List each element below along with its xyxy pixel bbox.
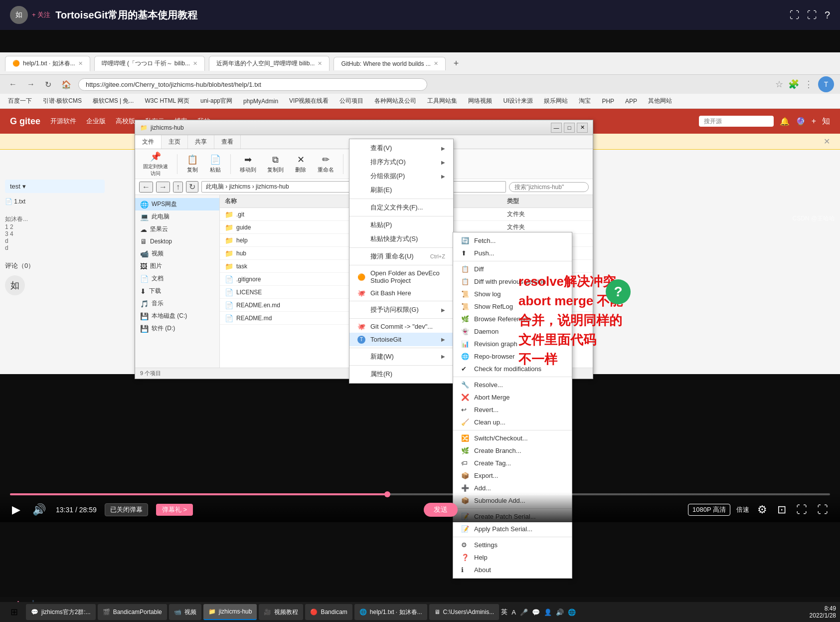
- cm-properties[interactable]: 属性(R): [349, 367, 453, 381]
- bookmark-w3c[interactable]: W3C HTML 网页: [141, 96, 193, 106]
- home-btn[interactable]: 🏠: [58, 79, 74, 90]
- gitee-search[interactable]: [699, 116, 774, 127]
- menu-icon[interactable]: ⋮: [804, 79, 813, 90]
- cm-help[interactable]: ❓ Help: [453, 551, 572, 564]
- fe-tab-home[interactable]: 主页: [162, 135, 188, 149]
- cm-create-branch[interactable]: 🌿 Create Branch...: [453, 444, 572, 457]
- fe-close-btn[interactable]: ✕: [577, 123, 588, 133]
- bookmark-yinpu[interactable]: 引谱·极软CMS: [39, 96, 86, 106]
- pin-btn[interactable]: 📌 固定到快速访问: [139, 150, 172, 178]
- cm-paste[interactable]: 粘贴(P): [349, 218, 453, 232]
- fe-tab-file[interactable]: 文件: [135, 135, 162, 149]
- bookmark-uniapp[interactable]: uni-app官网: [196, 96, 236, 106]
- help-icon[interactable]: ?: [825, 9, 830, 21]
- bookmark-ent[interactable]: 娱乐网站: [540, 96, 572, 106]
- cm-git-commit[interactable]: 🐙 Git Commit -> "dev"...: [349, 320, 453, 333]
- bookmark-app[interactable]: APP: [621, 97, 641, 106]
- bookmark-php[interactable]: PHP: [598, 97, 618, 106]
- bookmark-video[interactable]: 网络视频: [464, 96, 496, 106]
- refresh-btn[interactable]: ↻: [42, 79, 54, 90]
- paste-btn[interactable]: 📄 粘贴: [205, 153, 225, 175]
- taskbar-tutorial[interactable]: 🎥 视频教程: [259, 604, 303, 620]
- cm-undo[interactable]: 撤消 重命名(U) Ctrl+Z: [349, 249, 453, 263]
- volume-sys-icon[interactable]: 🔊: [556, 609, 564, 616]
- browser-tab-3[interactable]: 近两年逃的个人空间_哔哩哔哩 bilib... ✕: [209, 56, 330, 71]
- taskbar-jizhicms-hub[interactable]: 📁 jizhicms-hub: [203, 604, 257, 620]
- cm-tortoisegit[interactable]: T TortoiseGit ▶: [349, 333, 453, 346]
- cm-paste-shortcut[interactable]: 粘贴快捷方式(S): [349, 232, 453, 246]
- network-icon[interactable]: 🌐: [568, 609, 576, 616]
- gift-btn[interactable]: 弹幕礼 >: [156, 504, 193, 516]
- cm-revert[interactable]: ↩ Revert...: [453, 404, 572, 416]
- follow-button[interactable]: + 关注: [32, 10, 50, 19]
- start-button[interactable]: ⊞: [4, 602, 24, 622]
- settings-video-btn[interactable]: ⚙: [755, 501, 769, 518]
- send-btn[interactable]: 发送: [424, 503, 458, 517]
- bookmark-phpmyadmin[interactable]: phpMyAdmin: [239, 97, 282, 106]
- progress-bar[interactable]: [10, 493, 830, 495]
- browser-tab-2[interactable]: 哔哩哔哩 (「つつロ 千祈～ bilib... ✕: [94, 56, 205, 71]
- cm-apply-patch[interactable]: 📝 Apply Patch Serial...: [453, 523, 572, 535]
- quality-btn[interactable]: 1080P 高清: [688, 504, 730, 516]
- fe-search-input[interactable]: [509, 182, 589, 192]
- sidebar-item-video[interactable]: 📹 视频: [135, 247, 219, 260]
- profile-icon[interactable]: T: [818, 76, 834, 92]
- sidebar-item-desktop[interactable]: 🖥 Desktop: [135, 235, 219, 247]
- sidebar-item-music[interactable]: 🎵 音乐: [135, 297, 219, 310]
- sidebar-item-pc[interactable]: 💻 此电脑: [135, 210, 219, 223]
- fullscreen-ctrl-btn[interactable]: ⛶: [815, 501, 830, 518]
- nav-university[interactable]: 高校版: [116, 117, 135, 126]
- taskbar-bandicam[interactable]: 🎬 BandicamPortable: [98, 604, 167, 620]
- tab-close-btn[interactable]: ✕: [78, 60, 83, 67]
- volume-btn[interactable]: 🔊: [30, 501, 48, 518]
- mic-icon[interactable]: 🎤: [520, 609, 528, 616]
- extensions-icon[interactable]: 🧩: [788, 79, 799, 90]
- cm-grant-access[interactable]: 授予访问权限(G) ▶: [349, 303, 453, 317]
- cm-new[interactable]: 新建(W) ▶: [349, 350, 453, 364]
- sidebar-item-downloads[interactable]: ⬇ 下载: [135, 285, 219, 297]
- theater-mode-btn[interactable]: ⛶: [794, 501, 809, 518]
- play-btn[interactable]: ▶: [10, 501, 22, 518]
- url-field[interactable]: https://gitee.com/Cherry_toto/jizhicms-h…: [78, 78, 427, 91]
- move-to-btn[interactable]: ➡ 移动到: [236, 153, 260, 175]
- new-tab-btn[interactable]: +: [454, 58, 459, 69]
- cm-view[interactable]: 查看(V) ▶: [349, 141, 453, 155]
- bookmark-tools[interactable]: 工具网站集: [423, 96, 461, 106]
- cm-about[interactable]: ℹ About: [453, 564, 572, 576]
- forward-btn[interactable]: →: [24, 79, 38, 90]
- taskbar-admin[interactable]: 🖥 C:\Users\Adminis...: [429, 604, 500, 620]
- nav-open-source[interactable]: 开源软件: [50, 117, 76, 126]
- cm-group[interactable]: 分组依据(P) ▶: [349, 169, 453, 183]
- browser-tab-active[interactable]: 🟠 help/1.txt · 如沐春... ✕: [5, 56, 90, 71]
- chat-icon[interactable]: 💬: [532, 609, 540, 616]
- lang-icon[interactable]: A: [511, 609, 516, 616]
- bookmark-taobao[interactable]: 淘宝: [575, 96, 595, 106]
- back-btn[interactable]: ←: [6, 79, 20, 90]
- sidebar-item-drive-d[interactable]: 💾 软件 (D:): [135, 322, 219, 335]
- speed-btn[interactable]: 倍速: [736, 505, 749, 514]
- fe-minimize-btn[interactable]: —: [551, 123, 562, 133]
- fe-tab-share[interactable]: 共享: [188, 135, 214, 149]
- fullscreen-icon[interactable]: ⛶: [807, 9, 817, 21]
- cm-switch[interactable]: 🔀 Switch/Checkout...: [453, 432, 572, 444]
- addr-up-btn[interactable]: ↑: [173, 182, 183, 193]
- bookmark-vip[interactable]: VIP视频在线看: [285, 96, 333, 106]
- cm-sort[interactable]: 排序方式(O) ▶: [349, 155, 453, 169]
- star-icon[interactable]: ☆: [775, 79, 783, 90]
- sidebar-item-wps[interactable]: 🌐 WPS网盘: [135, 198, 219, 210]
- sidebar-item-jianguoyun[interactable]: ☁ 坚果云: [135, 223, 219, 235]
- cm-gitbash[interactable]: 🐙 Git Bash Here: [349, 287, 453, 299]
- sidebar-item-docs[interactable]: 📄 文档: [135, 272, 219, 285]
- compass-icon[interactable]: 🔮: [796, 117, 806, 126]
- bookmark-ui[interactable]: UI设计来源: [499, 96, 537, 106]
- user-link[interactable]: 知: [822, 116, 830, 127]
- addr-back-btn[interactable]: ←: [139, 182, 153, 193]
- cm-settings[interactable]: ⚙ Settings: [453, 539, 572, 551]
- bookmark-other[interactable]: 其他网站: [644, 96, 676, 106]
- addr-forward-btn[interactable]: →: [156, 182, 170, 193]
- cm-customize[interactable]: 自定义文件夹(F)...: [349, 201, 453, 214]
- taskbar-help-file[interactable]: 🌐 help/1.txt · 如沐春...: [354, 604, 427, 620]
- bookmark-project[interactable]: 公司项目: [336, 96, 367, 106]
- taskbar-bandicam2[interactable]: 🔴 Bandicam: [305, 604, 352, 620]
- theater-icon[interactable]: ⛶: [790, 9, 800, 21]
